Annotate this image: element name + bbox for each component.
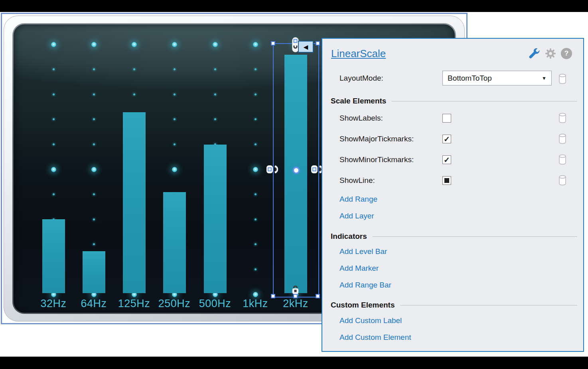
minor-grid-dot [93,193,95,195]
selection-handle-bottom-left[interactable] [271,294,275,298]
minor-grid-dot [53,68,55,70]
major-grid-dot [172,42,177,47]
layoutmode-label: LayoutMode: [339,73,383,83]
minor-grid-dot [255,243,257,245]
minor-grid-dot [214,93,216,95]
section-custom-elements: Custom Elements [331,300,577,310]
screen-top-strip [0,0,588,12]
minor-grid-dot [255,218,257,220]
wrench-icon[interactable] [528,48,540,60]
minor-grid-dot [93,218,95,220]
linearscale-properties-panel: LinearScale ? LayoutMode: BottomToTop ▼ … [322,38,584,352]
selection-handle-top-left[interactable] [271,41,275,46]
showline-label: ShowLine: [339,175,375,186]
minor-grid-dot [53,193,55,195]
axis-label-250hz: 250Hz [154,298,194,310]
axis-label-2khz: 2kHz [276,298,316,310]
selection-handle-top-right[interactable] [316,41,320,46]
major-grid-dot [213,42,218,47]
bar-500hz[interactable] [204,145,227,293]
database-icon-showminor[interactable] [558,154,567,165]
section-indicators: Indicators [331,231,577,242]
minor-grid-dot [53,118,55,120]
database-icon-showline[interactable] [558,175,567,186]
screen-bottom-strip [0,357,588,369]
major-grid-dot [51,167,56,172]
database-icon-showmajor[interactable] [558,133,567,145]
showmajortickmarks-checkbox[interactable]: ✓ [442,135,451,143]
anchor-icon-left[interactable] [266,165,280,174]
major-grid-dot [253,42,258,47]
minor-grid-dot [255,68,257,70]
minor-grid-dot [255,193,257,195]
add-marker-link[interactable]: Add Marker [339,263,379,274]
bar-125hz[interactable] [123,112,146,293]
axis-label-500hz: 500Hz [195,298,235,310]
selection-handle-bottom-right[interactable] [316,294,320,298]
add-range-link[interactable]: Add Range [339,194,377,204]
chevron-down-icon: ▼ [542,75,547,81]
showline-checkbox[interactable]: ✓ [442,176,451,185]
minor-grid-dot [174,68,176,70]
minor-grid-dot [174,143,176,145]
minor-grid-dot [174,118,176,120]
minor-grid-dot [214,118,216,120]
major-grid-dot [253,292,258,297]
minor-grid-dot [53,143,55,145]
gear-icon[interactable] [545,48,556,60]
smart-tag-arrow-icon: ◀ [304,44,308,50]
layoutmode-value: BottomToTop [448,74,492,83]
minor-grid-dot [93,243,95,245]
add-custom-element-link[interactable]: Add Custom Element [339,332,411,343]
showlabels-label: ShowLabels: [339,113,383,123]
minor-grid-dot [214,68,216,70]
minor-grid-dot [255,268,257,270]
showlabels-checkbox[interactable]: ✓ [442,114,451,123]
major-grid-dot [91,42,97,47]
panel-toolbar: ? [528,48,572,60]
minor-grid-dot [93,118,95,120]
bar-32hz[interactable] [42,219,65,293]
axis-label-32hz: 32Hz [34,298,73,310]
minor-grid-dot [133,68,135,70]
section-scale-elements: Scale Elements [331,96,577,106]
database-icon-layoutmode[interactable] [558,73,567,85]
add-range-bar-link[interactable]: Add Range Bar [339,280,391,290]
showmajortickmarks-label: ShowMajorTickmarks: [339,134,414,144]
minor-grid-dot [255,118,257,120]
major-grid-dot [132,42,137,47]
minor-grid-dot [174,93,176,95]
add-custom-label-link[interactable]: Add Custom Label [339,315,402,326]
smart-tag-button[interactable]: ◀ [298,41,314,53]
major-grid-dot [91,167,97,172]
major-grid-dot [51,42,56,47]
lock-icon-bottom[interactable] [292,285,299,295]
major-grid-dot [172,167,177,172]
axis-label-125hz: 125Hz [114,298,154,310]
showminortickmarks-checkbox[interactable]: ✓ [442,155,451,164]
help-icon[interactable]: ? [561,48,572,59]
minor-grid-dot [93,143,95,145]
minor-grid-dot [133,93,135,95]
selection-center-handle[interactable] [293,167,300,174]
showminortickmarks-label: ShowMinorTickmarks: [339,155,414,165]
add-layer-link[interactable]: Add Layer [339,211,374,221]
axis-label-64hz: 64Hz [74,298,114,310]
panel-title-link[interactable]: LinearScale [331,48,386,60]
minor-grid-dot [255,93,257,95]
bar-64hz[interactable] [83,251,105,293]
major-grid-dot [253,167,258,172]
minor-grid-dot [93,68,95,70]
layoutmode-dropdown[interactable]: BottomToTop ▼ [442,71,552,85]
database-icon-showlabels[interactable] [558,113,567,124]
axis-label-1khz: 1kHz [235,298,275,310]
minor-grid-dot [53,93,55,95]
minor-grid-dot [255,143,257,145]
minor-grid-dot [93,93,95,95]
add-level-bar-link[interactable]: Add Level Bar [339,246,387,257]
bar-250hz[interactable] [163,192,186,293]
